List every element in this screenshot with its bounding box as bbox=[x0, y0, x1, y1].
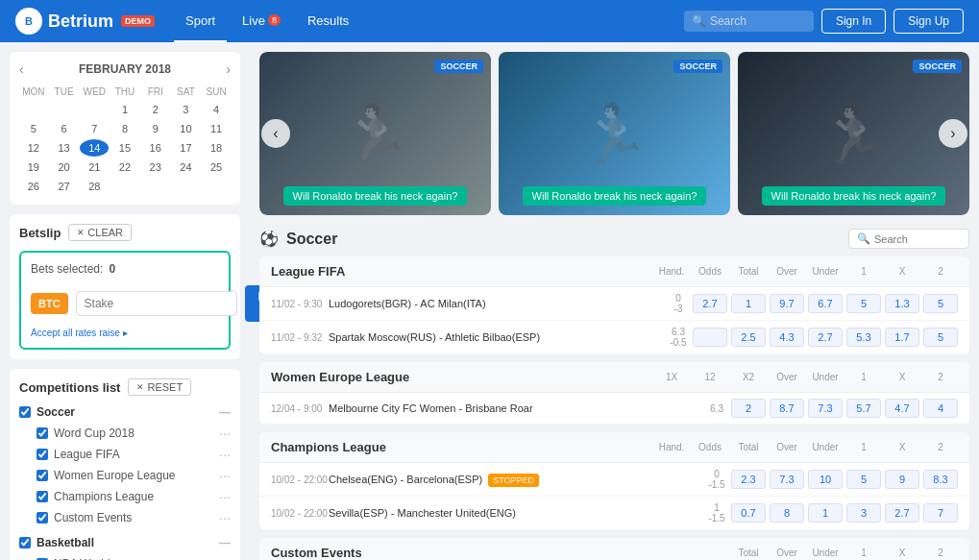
odds-button[interactable] bbox=[693, 328, 727, 347]
calendar-day[interactable]: 5 bbox=[19, 120, 48, 137]
calendar-day[interactable]: 25 bbox=[202, 158, 231, 176]
odds-button[interactable]: 2.7 bbox=[885, 503, 919, 523]
calendar-day[interactable]: 2 bbox=[141, 101, 170, 118]
odds-button[interactable]: 8.3 bbox=[923, 470, 958, 489]
odds-button[interactable]: 4.7 bbox=[885, 399, 919, 418]
calendar-day bbox=[172, 178, 201, 195]
competition-options-icon[interactable]: ··· bbox=[219, 510, 231, 525]
odds-button[interactable]: 2.5 bbox=[731, 328, 766, 347]
odds-button[interactable]: 2 bbox=[731, 399, 766, 418]
odds-button[interactable]: 8.7 bbox=[770, 399, 804, 418]
league-column-header: 1 bbox=[846, 266, 881, 277]
calendar-day[interactable]: 12 bbox=[19, 139, 48, 157]
calendar-day[interactable]: 10 bbox=[172, 120, 201, 137]
odds-button[interactable]: 5.7 bbox=[846, 399, 881, 418]
odds-button[interactable]: 5 bbox=[846, 470, 881, 489]
odds-button[interactable]: 9 bbox=[885, 470, 919, 489]
competition-checkbox[interactable] bbox=[37, 512, 48, 523]
calendar-day[interactable]: 7 bbox=[80, 120, 109, 137]
odds-button[interactable]: 7.3 bbox=[770, 470, 804, 489]
odds-button[interactable]: 6.7 bbox=[808, 294, 843, 313]
carousel-prev-button[interactable]: ‹ bbox=[261, 119, 290, 148]
calendar-day[interactable]: 24 bbox=[172, 158, 201, 176]
competition-checkbox[interactable] bbox=[37, 470, 48, 481]
calendar-day[interactable]: 17 bbox=[172, 139, 201, 157]
calendar-day[interactable]: 11 bbox=[202, 120, 231, 137]
collapse-icon[interactable]: — bbox=[219, 536, 231, 549]
league-column-header: Hand. bbox=[654, 442, 689, 452]
calendar-day[interactable]: 26 bbox=[19, 178, 48, 195]
calendar-prev-button[interactable]: ‹ bbox=[19, 61, 24, 77]
calendar-day[interactable]: 27 bbox=[50, 178, 79, 195]
sport-checkbox[interactable] bbox=[19, 406, 31, 418]
signup-button[interactable]: Sign Up bbox=[893, 9, 964, 34]
clear-button[interactable]: ✕ CLEAR bbox=[68, 224, 132, 241]
header-search-input[interactable] bbox=[710, 14, 806, 28]
competition-options-icon[interactable]: ··· bbox=[219, 489, 231, 504]
calendar-day[interactable]: 13 bbox=[50, 139, 79, 157]
odds-button[interactable]: 4 bbox=[923, 399, 958, 418]
odds-button[interactable]: 5 bbox=[923, 294, 958, 313]
calendar-day[interactable]: 3 bbox=[172, 101, 201, 118]
odds-button[interactable]: 5.3 bbox=[846, 328, 881, 347]
calendar-day[interactable]: 4 bbox=[202, 101, 231, 118]
calendar-day[interactable]: 18 bbox=[202, 139, 231, 157]
calendar-day[interactable]: 15 bbox=[110, 139, 139, 157]
odds-button[interactable]: 1 bbox=[808, 503, 843, 523]
calendar-day[interactable]: 28 bbox=[80, 178, 109, 195]
calendar-day[interactable]: 14 bbox=[80, 139, 109, 157]
nav-results[interactable]: Results bbox=[296, 0, 360, 42]
section-search-input[interactable] bbox=[874, 233, 961, 245]
odds-button[interactable]: 5 bbox=[923, 328, 958, 347]
accept-rates-link[interactable]: Accept all rates raise ▸ bbox=[31, 328, 219, 338]
calendar-day[interactable]: 23 bbox=[141, 158, 170, 176]
odds-button[interactable]: 0.7 bbox=[731, 503, 766, 523]
logo-circle: B bbox=[15, 8, 42, 35]
logo-badge: DEMO bbox=[121, 15, 155, 27]
league-column-header: Total bbox=[731, 548, 766, 558]
odds-button[interactable]: 4.3 bbox=[770, 328, 804, 347]
odds-button[interactable]: 1.7 bbox=[885, 328, 919, 347]
odds-button[interactable]: 7 bbox=[923, 503, 958, 523]
competition-options-icon[interactable]: ··· bbox=[219, 468, 231, 483]
competition-checkbox[interactable] bbox=[37, 491, 48, 502]
odds-button[interactable]: 8 bbox=[770, 503, 804, 523]
league-block: Custom EventsTotalOverUnder1X2 bbox=[259, 538, 969, 560]
calendar-day[interactable]: 8 bbox=[110, 120, 139, 137]
competition-checkbox[interactable] bbox=[37, 449, 48, 460]
calendar-day[interactable]: 21 bbox=[80, 158, 109, 176]
calendar-day[interactable]: 1 bbox=[110, 101, 139, 118]
calendar-day[interactable]: 22 bbox=[110, 158, 139, 176]
odds-button[interactable]: 2.7 bbox=[693, 294, 727, 313]
calendar-day[interactable]: 20 bbox=[50, 158, 79, 176]
odds-button[interactable]: 10 bbox=[808, 470, 843, 489]
league-column-header: Under bbox=[808, 372, 843, 382]
odds-button[interactable]: 1.3 bbox=[885, 294, 919, 313]
competition-options-icon[interactable]: ··· bbox=[219, 556, 231, 560]
competition-options-icon[interactable]: ··· bbox=[219, 426, 231, 441]
calendar-day[interactable]: 16 bbox=[141, 139, 170, 157]
odds-button[interactable]: 1 bbox=[731, 294, 766, 313]
odds-button[interactable]: 7.3 bbox=[808, 399, 843, 418]
calendar-next-button[interactable]: › bbox=[226, 61, 231, 77]
btc-button[interactable]: BTC bbox=[31, 293, 68, 314]
odds-button[interactable]: 2.7 bbox=[808, 328, 843, 347]
odds-button[interactable]: 2.3 bbox=[731, 470, 766, 489]
sport-checkbox[interactable] bbox=[19, 537, 31, 548]
carousel-next-button[interactable]: › bbox=[939, 119, 967, 148]
calendar-day[interactable]: 6 bbox=[50, 120, 79, 137]
collapse-icon[interactable]: — bbox=[219, 405, 231, 419]
stake-input[interactable] bbox=[76, 291, 237, 316]
nav-live[interactable]: Live 8 bbox=[231, 0, 292, 42]
reset-button[interactable]: ✕ RESET bbox=[128, 378, 191, 396]
signin-button[interactable]: Sign In bbox=[821, 9, 886, 34]
odds-button[interactable]: 9.7 bbox=[770, 294, 804, 313]
nav-sport[interactable]: Sport bbox=[174, 0, 227, 42]
competition-options-icon[interactable]: ··· bbox=[219, 447, 231, 462]
competition-checkbox[interactable] bbox=[37, 427, 48, 439]
odds-button[interactable]: 3 bbox=[846, 503, 881, 523]
calendar-day[interactable]: 9 bbox=[141, 120, 170, 137]
competitions-title: Competitions list bbox=[19, 380, 120, 395]
odds-button[interactable]: 5 bbox=[846, 294, 881, 313]
calendar-day[interactable]: 19 bbox=[19, 158, 48, 176]
